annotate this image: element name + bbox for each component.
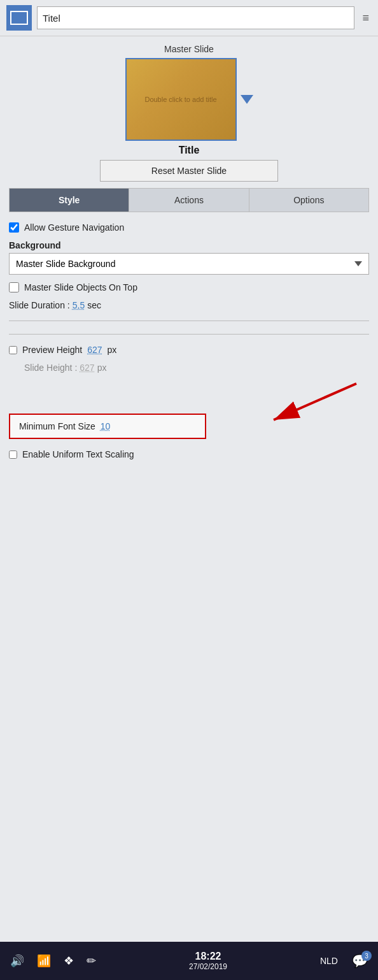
taskbar-date: 27/02/2019: [189, 962, 227, 971]
arrow-annotation: [9, 380, 369, 419]
master-slide-label: Master Slide: [164, 44, 214, 54]
slide-height-label: Slide Height :: [24, 363, 77, 373]
spacer: [9, 470, 369, 934]
min-font-size-label: Minimum Font Size: [19, 421, 95, 431]
main-content: Master Slide Double click to add title T…: [0, 36, 378, 942]
menu-icon[interactable]: ≡: [360, 9, 372, 27]
taskbar: 🔊 📶 ❖ ✏ 18:22 27/02/2019 NLD 💬 3: [0, 942, 378, 980]
preview-height-unit: px: [108, 345, 117, 355]
preview-height-value[interactable]: 627: [87, 345, 102, 355]
allow-gesture-checkbox[interactable]: [9, 222, 19, 233]
chat-icon-wrap: 💬 3: [352, 953, 368, 969]
allow-gesture-row: Allow Gesture Navigation: [9, 222, 369, 233]
master-slide-objects-row: Master Slide Objects On Top: [9, 282, 369, 292]
allow-gesture-label: Allow Gesture Navigation: [24, 222, 124, 233]
tab-style[interactable]: Style: [10, 189, 129, 212]
background-dropdown[interactable]: Master Slide Background None Custom: [9, 253, 369, 275]
edit-icon[interactable]: ✏: [87, 954, 96, 968]
divider-1: [9, 321, 369, 321]
slide-height-row: Slide Height : 627 px: [24, 363, 369, 373]
reset-master-slide-button[interactable]: Reset Master Slide: [100, 160, 278, 182]
taskbar-left: 🔊 📶 ❖ ✏: [10, 954, 96, 968]
enable-uniform-text-scaling-checkbox[interactable]: [9, 450, 17, 459]
slide-duration-row: Slide Duration : 5,5 sec: [9, 300, 369, 310]
master-slide-objects-label: Master Slide Objects On Top: [24, 282, 137, 292]
taskbar-right: NLD 💬 3: [320, 953, 368, 969]
enable-uniform-text-scaling-row: Enable Uniform Text Scaling: [9, 449, 369, 459]
slide-icon: [10, 11, 28, 25]
slide-height-value: 627: [80, 363, 94, 373]
volume-icon[interactable]: 🔊: [10, 954, 24, 968]
svg-line-1: [274, 384, 356, 420]
preview-height-checkbox[interactable]: [9, 346, 17, 354]
background-section-label: Background: [9, 240, 369, 250]
title-input[interactable]: [37, 6, 354, 29]
taskbar-time: 18:22: [195, 951, 221, 962]
slide-duration-unit: sec: [87, 300, 101, 310]
header-bar: ≡: [0, 0, 378, 36]
divider-2: [9, 334, 369, 335]
background-section: Background Master Slide Background None …: [9, 240, 369, 275]
tab-options[interactable]: Options: [249, 189, 368, 212]
master-slide-title: Title: [179, 145, 200, 156]
master-slide-preview-wrap: Double click to add title: [125, 58, 253, 141]
preview-height-label: Preview Height: [22, 345, 82, 355]
master-slide-section: Master Slide Double click to add title T…: [9, 44, 369, 182]
red-arrow-icon: [223, 380, 363, 425]
app-icon: [6, 5, 32, 31]
taskbar-center: 18:22 27/02/2019: [189, 951, 227, 971]
chat-badge: 3: [361, 951, 372, 961]
locale-label: NLD: [320, 956, 338, 966]
preview-height-row: Preview Height 627 px: [9, 345, 369, 355]
slide-duration-label: Slide Duration :: [9, 300, 70, 310]
tabs-bar: Style Actions Options: [9, 188, 369, 212]
wifi-icon[interactable]: 📶: [37, 954, 51, 968]
min-font-size-value[interactable]: 10: [101, 421, 111, 431]
master-slide-thumbnail[interactable]: Double click to add title: [125, 58, 237, 141]
slide-duration-value[interactable]: 5,5: [73, 300, 85, 310]
tab-actions[interactable]: Actions: [129, 189, 249, 212]
dropbox-icon[interactable]: ❖: [64, 954, 74, 968]
slide-height-unit: px: [97, 363, 107, 373]
master-slide-objects-checkbox[interactable]: [9, 282, 19, 292]
thumbnail-text: Double click to add title: [144, 96, 216, 103]
master-slide-dropdown-arrow[interactable]: [241, 95, 253, 104]
enable-uniform-text-scaling-label: Enable Uniform Text Scaling: [22, 449, 134, 459]
style-panel: Allow Gesture Navigation Background Mast…: [9, 219, 369, 463]
